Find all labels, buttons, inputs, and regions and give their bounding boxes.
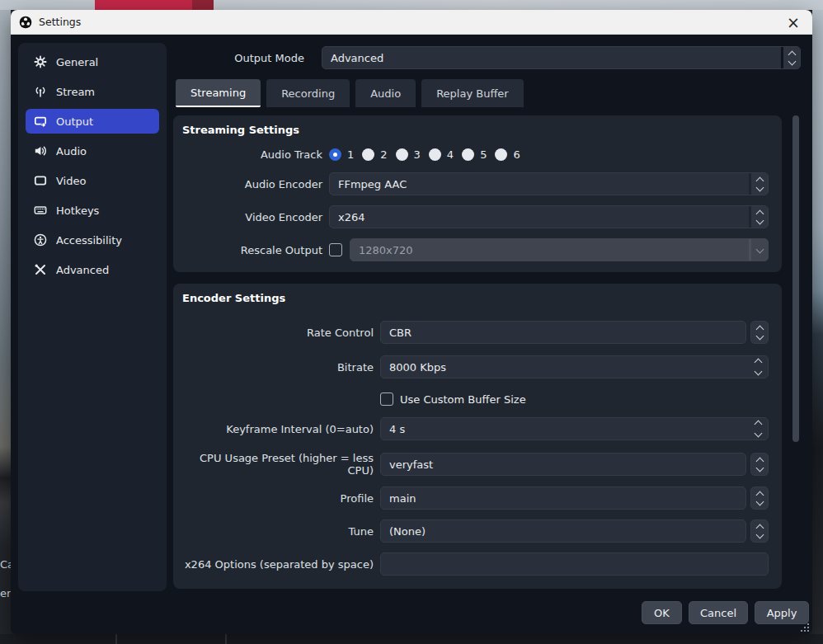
apply-button[interactable]: Apply xyxy=(755,601,809,624)
background-divider xyxy=(115,634,117,644)
tab-recording[interactable]: Recording xyxy=(266,79,350,107)
x264-options-label: x264 Options (separated by space) xyxy=(182,558,380,571)
tune-label: Tune xyxy=(182,525,380,538)
rescale-output-select: 1280x720 xyxy=(350,238,769,261)
profile-label: Profile xyxy=(182,492,380,505)
rate-control-select[interactable]: CBR xyxy=(380,321,769,344)
spinner-icon[interactable] xyxy=(750,487,769,510)
radio-label: 6 xyxy=(513,148,520,161)
sidebar-item-hotkeys[interactable]: Hotkeys xyxy=(26,198,159,223)
rate-control-row: Rate Control CBR xyxy=(182,321,773,344)
profile-row: Profile main xyxy=(182,487,773,510)
sidebar-item-audio[interactable]: Audio xyxy=(26,139,159,163)
keyframe-interval-spinner[interactable]: 4 s xyxy=(380,417,769,440)
close-icon[interactable]: × xyxy=(779,10,807,35)
keyframe-interval-value: 4 s xyxy=(389,423,755,435)
custom-buffer-checkbox-row[interactable]: Use Custom Buffer Size xyxy=(380,393,526,406)
video-encoder-select[interactable]: x264 xyxy=(329,205,769,228)
accessibility-icon xyxy=(34,233,47,247)
settings-dialog: Settings × General Stream Output xyxy=(11,10,812,634)
sidebar-item-label: Hotkeys xyxy=(56,204,99,217)
spinner-icon[interactable] xyxy=(781,47,800,68)
encoder-settings-title: Encoder Settings xyxy=(182,292,773,304)
audio-track-radio-6[interactable]: 6 xyxy=(495,148,520,161)
sidebar-item-stream[interactable]: Stream xyxy=(26,79,159,104)
x264-options-input[interactable] xyxy=(380,552,769,576)
audio-encoder-row: Audio Encoder FFmpeg AAC xyxy=(182,172,773,195)
radio-icon xyxy=(495,148,507,161)
spinner-icon[interactable] xyxy=(749,206,768,228)
audio-track-radio-3[interactable]: 3 xyxy=(396,148,421,161)
chevron-down-icon xyxy=(749,239,768,261)
output-mode-row: Output Mode Advanced xyxy=(11,46,801,69)
rescale-output-checkbox[interactable] xyxy=(329,243,342,256)
tune-select[interactable]: (None) xyxy=(380,519,769,543)
radio-icon xyxy=(396,148,408,161)
sidebar-item-video[interactable]: Video xyxy=(26,168,159,193)
custom-buffer-checkbox[interactable] xyxy=(380,393,393,406)
radio-label: 4 xyxy=(447,148,454,161)
audio-encoder-select[interactable]: FFmpeg AAC xyxy=(329,172,769,195)
cpu-preset-label: CPU Usage Preset (higher = less CPU) xyxy=(182,452,380,477)
rescale-output-label: Rescale Output xyxy=(182,244,329,256)
audio-track-radio-5[interactable]: 5 xyxy=(462,148,487,161)
sidebar-item-label: Accessibility xyxy=(56,234,122,247)
sidebar-item-advanced[interactable]: Advanced xyxy=(26,257,159,282)
bitrate-label: Bitrate xyxy=(182,361,380,374)
speaker-icon xyxy=(34,144,47,157)
dialog-footer: OK Cancel Apply xyxy=(642,601,809,624)
background-divider xyxy=(225,634,227,644)
tune-value: (None) xyxy=(380,519,746,543)
spinner-icon[interactable] xyxy=(755,420,761,438)
tab-audio[interactable]: Audio xyxy=(355,79,416,107)
radio-icon xyxy=(429,148,441,161)
scrollbar-thumb[interactable] xyxy=(792,115,799,442)
sidebar-item-output[interactable]: Output xyxy=(26,109,159,134)
sidebar-item-label: Audio xyxy=(56,145,87,157)
radio-label: 5 xyxy=(480,148,487,161)
keyboard-icon xyxy=(34,204,47,217)
monitor-icon xyxy=(34,174,47,187)
sidebar-item-label: Output xyxy=(56,115,93,128)
audio-track-radio-4[interactable]: 4 xyxy=(429,148,454,161)
spinner-icon[interactable] xyxy=(750,321,769,344)
radio-label: 1 xyxy=(347,148,354,161)
output-mode-label: Output Mode xyxy=(234,52,304,64)
obs-logo-icon xyxy=(19,16,32,29)
vertical-scrollbar[interactable] xyxy=(791,115,801,589)
tab-streaming[interactable]: Streaming xyxy=(176,79,261,107)
sidebar-item-accessibility[interactable]: Accessibility xyxy=(26,228,159,252)
cpu-preset-row: CPU Usage Preset (higher = less CPU) ver… xyxy=(182,452,773,477)
radio-label: 2 xyxy=(380,148,387,161)
bitrate-spinner[interactable]: 8000 Kbps xyxy=(380,355,769,378)
spinner-icon[interactable] xyxy=(755,358,761,376)
custom-buffer-row: Use Custom Buffer Size xyxy=(182,392,773,407)
keyframe-interval-label: Keyframe Interval (0=auto) xyxy=(182,423,380,435)
ok-button[interactable]: OK xyxy=(642,601,682,624)
profile-value: main xyxy=(380,487,746,510)
spinner-icon[interactable] xyxy=(750,519,769,543)
audio-encoder-value: FFmpeg AAC xyxy=(330,173,749,195)
video-encoder-label: Video Encoder xyxy=(182,211,329,223)
cancel-button[interactable]: Cancel xyxy=(689,601,748,624)
profile-select[interactable]: main xyxy=(380,487,769,510)
cpu-preset-select[interactable]: veryfast xyxy=(380,453,769,476)
settings-sidebar: General Stream Output Audio Video xyxy=(18,43,167,591)
desktop-background-right xyxy=(812,10,823,634)
spinner-icon[interactable] xyxy=(750,453,769,476)
title-bar[interactable]: Settings × xyxy=(11,10,812,35)
encoder-settings-panel: Encoder Settings Rate Control CBR Bitrat… xyxy=(173,284,782,589)
output-tabs: Streaming Recording Audio Replay Buffer xyxy=(176,79,524,107)
resize-grip[interactable] xyxy=(801,623,809,632)
tab-replay-buffer[interactable]: Replay Buffer xyxy=(421,79,524,107)
streaming-settings-title: Streaming Settings xyxy=(182,124,773,136)
bitrate-row: Bitrate 8000 Kbps xyxy=(182,355,773,378)
stream-icon xyxy=(34,85,47,98)
audio-track-radio-2[interactable]: 2 xyxy=(362,148,387,161)
spinner-icon[interactable] xyxy=(749,173,768,195)
radio-label: 3 xyxy=(414,148,421,161)
audio-encoder-label: Audio Encoder xyxy=(182,178,329,190)
audio-track-radio-1[interactable]: 1 xyxy=(329,148,354,161)
bitrate-value: 8000 Kbps xyxy=(389,361,755,374)
output-mode-select[interactable]: Advanced xyxy=(322,46,801,69)
